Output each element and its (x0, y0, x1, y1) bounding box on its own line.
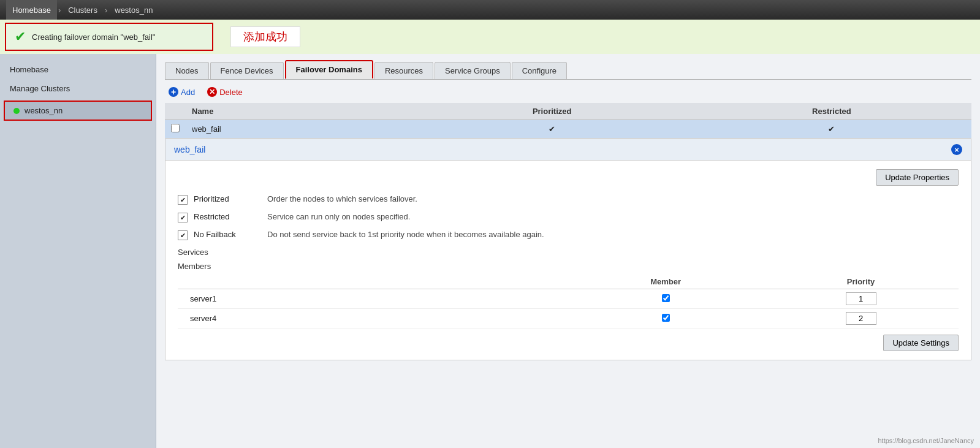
tab-service-groups[interactable]: Service Groups (435, 62, 511, 79)
member-priority-server1[interactable] (763, 289, 959, 309)
table-header-row: Name Prioritized Restricted (165, 103, 971, 120)
member-name-server1: server1 (178, 289, 568, 309)
update-settings-button[interactable]: Update Settings (883, 335, 959, 351)
cluster-status-dot (13, 108, 20, 114)
watermark: https://blog.csdn.net/JaneNancy (878, 437, 974, 444)
topbar-clusters[interactable]: Clusters (62, 0, 104, 20)
detail-header: web_fail × (165, 139, 971, 161)
col-checkbox (165, 103, 186, 120)
tab-fence-devices[interactable]: Fence Devices (210, 62, 284, 79)
member-name-server4: server4 (178, 309, 568, 328)
add-label: Add (181, 88, 195, 97)
members-label: Members (178, 262, 959, 271)
add-icon: + (169, 87, 178, 97)
close-button[interactable]: × (951, 144, 962, 155)
property-restricted: Restricted Service can run only on nodes… (178, 212, 959, 222)
notification-text: Creating failover domain "web_fail" (32, 32, 155, 42)
members-col-empty (178, 275, 568, 289)
sidebar-homebase[interactable]: Homebase (0, 60, 156, 79)
topbar-sep2: › (105, 6, 107, 15)
prop-restricted-desc: Service can run only on nodes specified. (267, 212, 959, 221)
members-table: Member Priority server1 (178, 275, 959, 328)
toolbar: + Add ✕ Delete (165, 86, 971, 98)
col-restricted-header: Restricted (692, 103, 971, 120)
update-properties-button[interactable]: Update Properties (876, 169, 959, 186)
property-no-failback: No Failback Do not send service back to … (178, 230, 959, 240)
sidebar: Homebase Manage Clusters westos_nn (0, 54, 156, 448)
topbar-cluster-name[interactable]: westos_nn (108, 0, 159, 20)
property-prioritized: Prioritized Order the nodes to which ser… (178, 194, 959, 205)
table-row[interactable]: web_fail ✔ ✔ (165, 120, 971, 139)
main-layout: Homebase Manage Clusters westos_nn Nodes… (0, 54, 980, 448)
row-name-cell: web_fail (186, 120, 412, 139)
prop-nofailback-checkbox[interactable] (178, 230, 188, 240)
detail-body: Update Properties Prioritized Order the … (165, 161, 971, 360)
failover-domains-table: Name Prioritized Restricted web_fail ✔ ✔ (165, 103, 971, 139)
col-name-header: Name (186, 103, 412, 120)
col-prioritized-header: Prioritized (412, 103, 692, 120)
prop-prioritized-desc: Order the nodes to which services failov… (267, 194, 959, 203)
success-area: ✔ Creating failover domain "web_fail" 添加… (0, 20, 980, 54)
members-header-row: Member Priority (178, 275, 959, 289)
success-chinese-text: 添加成功 (230, 26, 300, 47)
prop-nofailback-desc: Do not send service back to 1st priority… (267, 230, 959, 239)
add-button[interactable]: + Add (165, 86, 199, 98)
delete-button[interactable]: ✕ Delete (203, 86, 246, 98)
prop-prioritized-checkbox[interactable] (178, 195, 188, 205)
content-area: Nodes Fence Devices Failover Domains Res… (156, 54, 980, 448)
sidebar-cluster-item[interactable]: westos_nn (4, 101, 152, 121)
tab-resources[interactable]: Resources (374, 62, 433, 79)
notification-bar: ✔ Creating failover domain "web_fail" (5, 23, 213, 51)
tab-nodes[interactable]: Nodes (165, 62, 209, 79)
prop-nofailback-label: No Failback (194, 230, 267, 239)
prop-restricted-checkbox[interactable] (178, 213, 188, 222)
members-col-member: Member (568, 275, 763, 289)
sidebar-manage-clusters[interactable]: Manage Clusters (0, 79, 156, 98)
detail-title[interactable]: web_fail (174, 145, 205, 154)
services-label: Services (178, 248, 959, 257)
member-priority-server4[interactable] (763, 309, 959, 328)
prop-restricted-label: Restricted (194, 212, 267, 221)
member-check-server4[interactable] (662, 314, 670, 322)
tab-bar: Nodes Fence Devices Failover Domains Res… (165, 60, 971, 80)
member-checkbox-server4[interactable] (568, 309, 763, 328)
member-priority-input-server1[interactable] (846, 292, 876, 305)
check-icon: ✔ (15, 29, 26, 45)
members-col-priority: Priority (763, 275, 959, 289)
row-checkbox[interactable] (171, 124, 180, 132)
tab-failover-domains[interactable]: Failover Domains (285, 60, 373, 79)
topbar-homebase[interactable]: Homebase (6, 0, 57, 20)
update-props-row: Update Properties (178, 169, 959, 186)
row-checkbox-cell[interactable] (165, 120, 186, 139)
prop-prioritized-label: Prioritized (194, 194, 267, 203)
delete-icon: ✕ (207, 87, 217, 97)
row-prioritized-cell: ✔ (412, 120, 692, 139)
member-row-server4: server4 (178, 309, 959, 328)
topbar-sep1: › (58, 6, 61, 15)
member-priority-input-server4[interactable] (846, 312, 876, 325)
cluster-name-label: westos_nn (25, 106, 63, 115)
member-checkbox-server1[interactable] (568, 289, 763, 309)
members-section: Members Member Priority server1 (178, 262, 959, 351)
topbar: Homebase › Clusters › westos_nn (0, 0, 980, 20)
row-restricted-cell: ✔ (692, 120, 971, 139)
detail-panel: web_fail × Update Properties Prioritized… (165, 139, 971, 360)
update-settings-row: Update Settings (178, 335, 959, 351)
delete-label: Delete (219, 88, 243, 97)
tab-configure[interactable]: Configure (512, 62, 567, 79)
member-check-server1[interactable] (662, 294, 670, 302)
member-row-server1: server1 (178, 289, 959, 309)
